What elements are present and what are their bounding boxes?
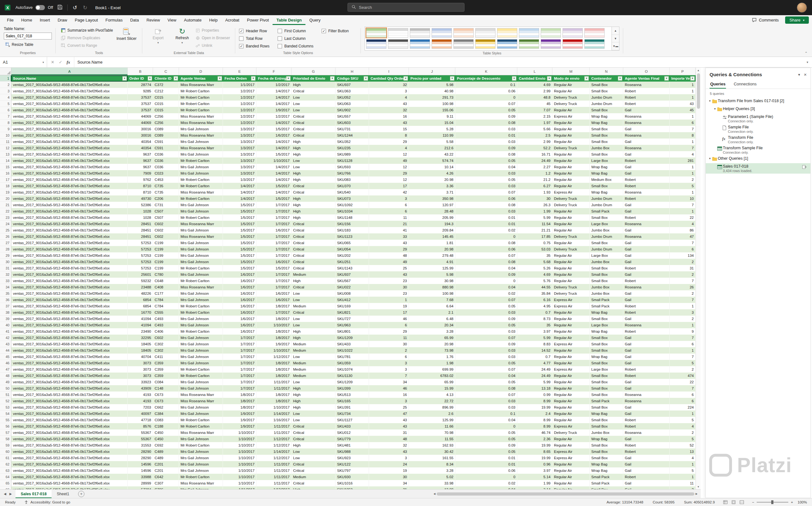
cell[interactable]: 1/7/2017 xyxy=(223,360,256,366)
cell[interactable]: Mr Robert Carlton xyxy=(179,195,223,202)
cell[interactable]: 1/12/2017 xyxy=(256,442,291,448)
cell[interactable]: 1 xyxy=(670,189,696,195)
cell[interactable]: C199 xyxy=(153,252,179,259)
cell[interactable]: 0.03 xyxy=(455,208,517,215)
cell[interactable]: Miss Roseanna Marr xyxy=(179,82,223,88)
cell[interactable]: SKU363 xyxy=(336,88,369,94)
cell[interactable]: C662 xyxy=(153,404,179,411)
cell[interactable]: 1/9/2017 xyxy=(223,411,256,417)
cell[interactable]: 28999 xyxy=(128,480,153,486)
cell[interactable]: SKU1123 xyxy=(336,233,369,240)
cell[interactable]: 18405 xyxy=(128,341,153,347)
cell[interactable]: 31 xyxy=(369,429,409,436)
cell[interactable]: Gail xyxy=(623,335,670,341)
cell[interactable]: 0.03 xyxy=(455,170,517,176)
cell[interactable]: C177 xyxy=(153,290,179,297)
cell[interactable]: 1/10/2017 xyxy=(256,404,291,411)
cell[interactable]: 212.6 xyxy=(409,145,455,151)
cell[interactable]: 1 xyxy=(670,82,696,88)
cell[interactable]: Mrs Gail Johnson xyxy=(179,411,223,417)
cell[interactable]: High xyxy=(291,328,336,335)
cell[interactable]: Roseanna xyxy=(623,145,670,151)
table-style-thumbnail[interactable] xyxy=(519,39,539,49)
row-header[interactable]: 19 xyxy=(0,189,11,195)
cell[interactable]: Robert xyxy=(623,328,670,335)
cell[interactable]: 3 xyxy=(369,195,409,202)
cell[interactable]: 4 xyxy=(670,423,696,429)
cell[interactable]: C692 xyxy=(153,442,179,448)
row-header[interactable]: 25 xyxy=(0,227,11,233)
cell[interactable]: 8.99 xyxy=(517,398,552,404)
cell[interactable]: Medium Box xyxy=(590,176,623,183)
enter-icon[interactable]: ✓ xyxy=(59,60,62,65)
cell[interactable]: SKU083 xyxy=(336,176,369,183)
cell[interactable]: 31 xyxy=(670,265,696,271)
cell[interactable]: Delivery Truck xyxy=(552,101,590,107)
cell[interactable]: 0 xyxy=(455,474,517,480)
cell[interactable]: Robert xyxy=(623,215,670,221)
cell[interactable]: 0.01 xyxy=(455,221,517,227)
cell[interactable]: 162.93 xyxy=(409,442,455,448)
scroll-left-icon[interactable]: ◀ xyxy=(434,492,435,495)
cell[interactable]: SKU1209 xyxy=(336,335,369,341)
row-header[interactable]: 59 xyxy=(0,442,11,448)
cell[interactable]: Regular Air xyxy=(552,360,590,366)
cell[interactable]: 1/5/2017 xyxy=(223,215,256,221)
cell[interactable]: High xyxy=(291,170,336,176)
cell[interactable]: 1/9/2017 xyxy=(223,423,256,429)
cell[interactable]: 3 xyxy=(369,366,409,372)
row-header[interactable]: 9 xyxy=(0,126,11,132)
cell[interactable]: 15.99 xyxy=(409,385,455,392)
cell[interactable]: 11 xyxy=(369,215,409,221)
cell[interactable]: Regular Air xyxy=(552,88,590,94)
zoom-slider[interactable] xyxy=(757,502,788,503)
cell[interactable]: Low xyxy=(291,379,336,385)
cell[interactable]: C256 xyxy=(153,119,179,126)
cell[interactable]: SKU251 xyxy=(336,259,369,265)
cell[interactable]: Regular Air xyxy=(552,309,590,316)
cell[interactable]: SKU1092 xyxy=(336,202,369,208)
cell[interactable]: Small Box xyxy=(590,132,623,139)
cell[interactable]: 3 xyxy=(670,309,696,316)
cell[interactable]: Delivery Truck xyxy=(552,284,590,290)
cell[interactable]: Low xyxy=(291,411,336,417)
row-header[interactable]: 61 xyxy=(0,455,11,461)
cell[interactable]: 4.95 xyxy=(517,303,552,309)
cell[interactable]: Mrs Gail Johnson xyxy=(179,322,223,328)
cell[interactable]: 1/7/2017 xyxy=(256,221,291,227)
checkbox-total-row[interactable]: Total Row xyxy=(239,35,269,43)
cell[interactable]: ventas_2017_9016a3a5-5f12-4568-87e6-0b17… xyxy=(11,316,128,322)
cell[interactable]: Wrap Bag xyxy=(590,461,623,468)
cell[interactable]: 42 xyxy=(369,189,409,195)
cell[interactable]: 3 xyxy=(369,360,409,366)
cell[interactable]: 57253 xyxy=(128,265,153,271)
cell[interactable]: 6 xyxy=(369,322,409,328)
cell[interactable]: C784 xyxy=(153,303,179,309)
cell[interactable]: Delivery Truck xyxy=(552,246,590,252)
cell[interactable]: 1/3/2017 xyxy=(223,145,256,151)
cell[interactable]: Small Box xyxy=(590,347,623,354)
cell[interactable]: 1/4/2017 xyxy=(256,189,291,195)
cell[interactable]: 1/6/2017 xyxy=(223,309,256,316)
cell[interactable]: 1 xyxy=(670,164,696,170)
cell[interactable]: High xyxy=(291,151,336,158)
cell[interactable]: 125.99 xyxy=(409,265,455,271)
cell[interactable]: SKU989 xyxy=(336,151,369,158)
cell[interactable]: 11 xyxy=(369,335,409,341)
row-header[interactable]: 50 xyxy=(0,385,11,392)
cell[interactable]: 1.81 xyxy=(409,240,455,246)
table-header-cell[interactable]: Importe Ve▼ xyxy=(670,75,696,82)
cell[interactable]: 1/8/2017 xyxy=(223,398,256,404)
cell[interactable]: 12 xyxy=(369,151,409,158)
cell[interactable]: Low xyxy=(291,158,336,164)
cell[interactable]: Gail xyxy=(623,259,670,265)
cell[interactable]: Critical xyxy=(291,429,336,436)
cell[interactable]: 1/4/2017 xyxy=(256,139,291,145)
cell[interactable]: Critical xyxy=(291,468,336,474)
row-header[interactable]: 54 xyxy=(0,411,11,417)
cell[interactable]: SKU122 xyxy=(336,461,369,468)
cell[interactable]: ventas_2017_9016a3a5-5f12-4568-87e6-0b17… xyxy=(11,468,128,474)
cell[interactable]: High xyxy=(291,82,336,88)
cell[interactable]: 22.72 xyxy=(409,398,455,404)
cell[interactable]: Delivery Truck xyxy=(552,145,590,151)
